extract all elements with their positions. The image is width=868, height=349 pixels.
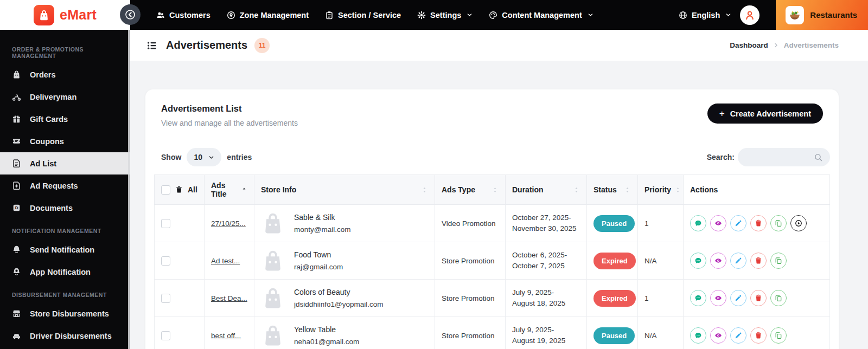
page-size-select[interactable]: 10 xyxy=(187,148,221,166)
copy-action-button[interactable] xyxy=(770,215,787,231)
brand-logo[interactable]: eMart xyxy=(0,0,130,30)
module-switcher-restaurants[interactable]: Restaurants xyxy=(776,0,868,30)
chevron-down-icon xyxy=(588,12,593,18)
sidebar-item-orders[interactable]: Orders xyxy=(0,63,130,86)
edit-action-button[interactable] xyxy=(730,253,746,269)
store-name: Food Town xyxy=(294,250,343,259)
ad-title-link[interactable]: best off... xyxy=(211,332,241,340)
nav-item-settings[interactable]: Settings xyxy=(417,11,473,20)
pencil-icon xyxy=(735,294,742,302)
duration-cell: October 6, 2025-October 7, 2025 xyxy=(512,250,580,271)
view-action-button[interactable] xyxy=(710,215,726,231)
sidebar-item-ad-requests[interactable]: Ad Requests xyxy=(0,174,130,197)
sidebar-item-documents[interactable]: Documents xyxy=(0,197,130,219)
row-checkbox[interactable] xyxy=(161,331,170,340)
store-name: Yellow Table xyxy=(294,325,359,334)
sort-icon xyxy=(492,186,499,193)
copy-action-button[interactable] xyxy=(770,290,787,306)
message-action-button[interactable] xyxy=(690,215,706,231)
play-action-button[interactable] xyxy=(790,215,807,231)
ad-title-link[interactable]: 27/10/25... xyxy=(211,219,246,228)
edit-action-button[interactable] xyxy=(730,327,746,344)
message-action-button[interactable] xyxy=(690,290,706,306)
sidebar-collapse-button[interactable] xyxy=(120,4,141,25)
sidebar-item-ad-list[interactable]: Ad List xyxy=(0,152,130,174)
salad-bowl-icon xyxy=(786,6,804,24)
view-action-button[interactable] xyxy=(710,327,726,344)
table-controls: Show 10 entries Search: xyxy=(161,148,823,166)
sidebar-item-deliveryman[interactable]: Deliveryman xyxy=(0,86,130,108)
copy-action-button[interactable] xyxy=(770,253,787,269)
nav-item-section-service[interactable]: Section / Service xyxy=(325,11,401,20)
header-store-info[interactable]: Store Info xyxy=(254,175,435,205)
store-name: Colors of Beauty xyxy=(294,288,384,296)
delete-action-button[interactable] xyxy=(750,253,767,269)
storefront-icon xyxy=(12,309,21,318)
eye-icon xyxy=(714,332,722,339)
ad-title-link[interactable]: Ad test... xyxy=(211,257,240,265)
breadcrumb-dashboard[interactable]: Dashboard xyxy=(730,41,768,49)
header-duration[interactable]: Duration xyxy=(506,175,587,205)
table-row: Best Dea... Colors of Beauty jdsiddhiinf… xyxy=(155,280,830,317)
language-selector[interactable]: English xyxy=(679,11,731,20)
advertisements-table: All Ads Title Store Info Ads Type Durati… xyxy=(154,174,830,349)
select-all-checkbox[interactable] xyxy=(161,185,170,195)
nav-item-customers[interactable]: Customers xyxy=(156,11,210,20)
sidebar-item-driver-disbursements[interactable]: Driver Disbursements xyxy=(0,325,130,347)
sidebar-item-coupons[interactable]: Coupons xyxy=(0,130,130,152)
priority-cell: 1 xyxy=(638,205,684,242)
message-icon xyxy=(694,219,702,227)
store-name: Sable & Silk xyxy=(294,213,350,222)
clipboard-icon xyxy=(325,11,334,20)
pencil-icon xyxy=(735,257,742,264)
delete-action-button[interactable] xyxy=(750,215,767,231)
ads-type-cell: Video Promotion xyxy=(435,205,506,242)
message-icon xyxy=(694,257,702,264)
header-ads-type[interactable]: Ads Type xyxy=(435,175,506,205)
delete-action-button[interactable] xyxy=(750,290,767,306)
scooter-icon xyxy=(12,92,21,101)
palette-icon xyxy=(489,11,497,20)
message-action-button[interactable] xyxy=(690,327,706,344)
search-label: Search: xyxy=(707,153,735,161)
message-action-button[interactable] xyxy=(690,253,706,269)
delete-action-button[interactable] xyxy=(750,327,767,344)
header-priority[interactable]: Priority xyxy=(638,175,684,205)
view-action-button[interactable] xyxy=(710,290,726,306)
sidebar-item-send-notification[interactable]: Send Notification xyxy=(0,238,130,261)
car-icon xyxy=(12,331,21,340)
user-avatar[interactable] xyxy=(740,5,760,25)
nav-item-zone-management[interactable]: Zone Management xyxy=(227,11,309,20)
create-advertisement-button[interactable]: + Create Advertisement xyxy=(707,104,823,124)
sort-icon xyxy=(573,186,580,193)
edit-action-button[interactable] xyxy=(730,290,746,306)
ad-title-link[interactable]: Best Dea... xyxy=(211,294,247,302)
view-action-button[interactable] xyxy=(710,253,726,269)
customers-icon xyxy=(156,11,165,20)
show-label: Show xyxy=(161,153,181,161)
duration-cell: October 27, 2025-November 30, 2025 xyxy=(512,212,580,234)
copy-icon xyxy=(775,332,782,339)
main-nav: Customers Zone Management Section / Serv… xyxy=(130,0,868,30)
search-input[interactable] xyxy=(738,148,830,166)
edit-action-button[interactable] xyxy=(730,215,746,231)
row-checkbox[interactable] xyxy=(161,256,170,266)
sidebar-item-app-notification[interactable]: App Notification xyxy=(0,261,130,283)
priority-cell: 1 xyxy=(638,280,684,317)
chevron-down-icon xyxy=(208,154,214,160)
table-row: 27/10/25... Sable & Silk monty@mail.com … xyxy=(155,205,830,242)
brand-name: eMart xyxy=(60,7,97,23)
header-status[interactable]: Status xyxy=(587,175,638,205)
row-checkbox[interactable] xyxy=(161,219,170,228)
header-ads-title[interactable]: Ads Title xyxy=(205,175,254,205)
trash-icon xyxy=(755,332,762,339)
trash-icon[interactable] xyxy=(175,186,183,193)
list-icon xyxy=(146,40,157,51)
row-checkbox[interactable] xyxy=(161,294,170,303)
store-email: raj@gmail.com xyxy=(294,263,343,271)
nav-item-content-management[interactable]: Content Management xyxy=(489,11,593,20)
ticket-icon xyxy=(12,137,21,146)
sidebar-item-store-disbursements[interactable]: Store Disbursements xyxy=(0,302,130,325)
copy-action-button[interactable] xyxy=(770,327,787,344)
sidebar-item-gift-cards[interactable]: Gift Cards xyxy=(0,108,130,130)
